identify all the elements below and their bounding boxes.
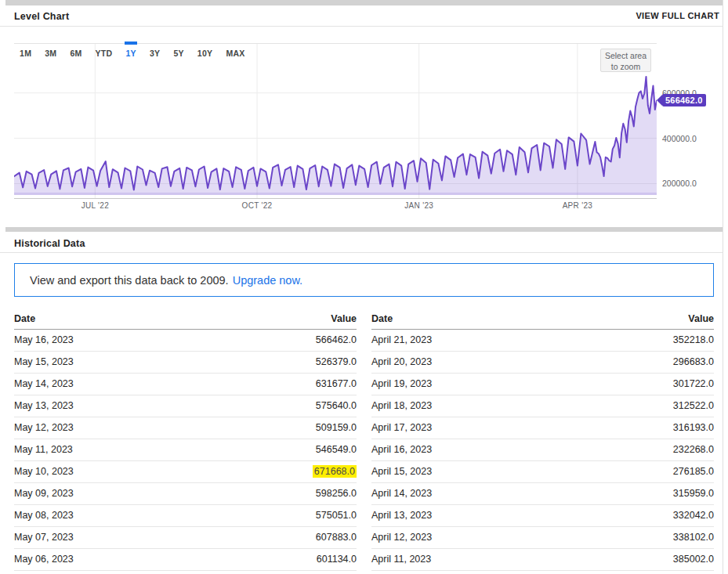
row-date: April 17, 2023 — [371, 417, 543, 439]
table-row: April 16, 2023232268.0 — [371, 439, 714, 460]
row-value: 607883.0 — [186, 526, 357, 548]
section-divider — [0, 26, 723, 27]
table-header-row: DateValue — [371, 309, 714, 329]
baseline-band — [14, 193, 657, 195]
range-button-3y[interactable]: 3Y — [150, 49, 160, 59]
table-row: May 07, 2023607883.0 — [14, 526, 357, 548]
page-right-border — [723, 0, 723, 574]
data-table-left: DateValueMay 16, 2023566462.0May 15, 202… — [14, 309, 357, 571]
column-header-date: Date — [371, 309, 543, 329]
historical-data-title: Historical Data — [14, 238, 85, 249]
zoom-hint: Select area to zoom — [600, 49, 651, 72]
table-row: April 20, 2023296683.0 — [371, 351, 714, 373]
row-value: 546549.0 — [186, 439, 357, 460]
row-date: May 06, 2023 — [14, 548, 186, 570]
row-value: 315959.0 — [543, 482, 715, 504]
table-row: May 09, 2023598256.0 — [14, 482, 357, 504]
table-row: April 18, 2023312522.0 — [371, 395, 714, 417]
x-axis-line — [14, 198, 657, 199]
row-value: 338102.0 — [543, 526, 715, 548]
value-badge-label: 566462.0 — [662, 94, 706, 106]
table-row: May 11, 2023546549.0 — [14, 439, 357, 460]
range-button-1m[interactable]: 1M — [20, 49, 31, 59]
table-row: April 13, 2023332042.0 — [371, 504, 714, 526]
y-axis-label: 200000.0 — [662, 179, 697, 188]
column-header-value: Value — [543, 309, 715, 329]
row-value: 301722.0 — [543, 373, 715, 395]
level-chart-svg[interactable] — [14, 43, 657, 198]
upgrade-banner: View and export this data back to 2009. … — [14, 263, 714, 297]
upgrade-link[interactable]: Upgrade now. — [233, 274, 302, 287]
row-value-highlighted: 671668.0 — [186, 460, 357, 482]
table-row: May 08, 2023575051.0 — [14, 504, 357, 526]
range-button-3m[interactable]: 3M — [45, 49, 56, 59]
highlighted-value: 671668.0 — [313, 465, 357, 478]
range-selector: 1M3M6MYTD1Y3Y5Y10YMAX — [20, 49, 245, 59]
value-badge-arrow — [657, 95, 662, 106]
x-axis-label: JAN '23 — [404, 201, 433, 210]
row-date: April 18, 2023 — [371, 395, 543, 417]
range-button-5y[interactable]: 5Y — [173, 49, 183, 59]
level-chart-title: Level Chart — [14, 11, 69, 22]
table-header-row: DateValue — [14, 309, 357, 329]
x-axis-label: OCT '22 — [242, 201, 273, 210]
table-row: April 19, 2023301722.0 — [371, 373, 714, 395]
row-value: 352218.0 — [543, 329, 715, 351]
row-date: May 14, 2023 — [14, 373, 186, 395]
table-row: April 11, 2023385002.0 — [371, 548, 714, 570]
x-axis-label: APR '23 — [563, 201, 592, 210]
row-date: May 09, 2023 — [14, 482, 186, 504]
row-date: April 21, 2023 — [371, 329, 543, 351]
column-header-date: Date — [14, 309, 186, 329]
row-date: April 16, 2023 — [371, 439, 543, 460]
top-separator — [5, 0, 723, 5]
zoom-hint-line1: Select area — [601, 50, 650, 61]
row-date: May 13, 2023 — [14, 395, 186, 417]
row-value: 312522.0 — [543, 395, 715, 417]
historical-tables: DateValueMay 16, 2023566462.0May 15, 202… — [14, 309, 714, 571]
row-date: May 15, 2023 — [14, 351, 186, 373]
row-date: April 20, 2023 — [371, 351, 543, 373]
range-button-1y[interactable]: 1Y — [125, 49, 136, 59]
row-value: 509159.0 — [186, 417, 357, 439]
row-value: 598256.0 — [186, 482, 357, 504]
row-value: 276185.0 — [543, 460, 715, 482]
view-full-chart-link[interactable]: VIEW FULL CHART — [636, 11, 719, 20]
table-row: May 12, 2023509159.0 — [14, 417, 357, 439]
row-date: April 12, 2023 — [371, 526, 543, 548]
row-date: April 19, 2023 — [371, 373, 543, 395]
range-button-6m[interactable]: 6M — [70, 49, 81, 59]
row-value: 232268.0 — [543, 439, 715, 460]
banner-text: View and export this data back to 2009. — [30, 274, 229, 287]
table-row: April 17, 2023316193.0 — [371, 417, 714, 439]
table-row: May 15, 2023526379.0 — [14, 351, 357, 373]
row-value: 316193.0 — [543, 417, 715, 439]
row-value: 601134.0 — [186, 548, 357, 570]
table-row: April 21, 2023352218.0 — [371, 329, 714, 351]
row-value: 296683.0 — [543, 351, 715, 373]
table-row: May 16, 2023566462.0 — [14, 329, 357, 351]
row-value: 575640.0 — [186, 395, 357, 417]
table-row: May 06, 2023601134.0 — [14, 548, 357, 570]
table-row: May 14, 2023631677.0 — [14, 373, 357, 395]
row-value: 385002.0 — [543, 548, 715, 570]
range-button-10y[interactable]: 10Y — [197, 49, 213, 59]
zoom-hint-line2: to zoom — [601, 61, 650, 72]
row-date: April 15, 2023 — [371, 460, 543, 482]
section-divider — [0, 252, 723, 253]
y-axis-label: 400000.0 — [662, 134, 697, 143]
table-row: April 14, 2023315959.0 — [371, 482, 714, 504]
x-axis-label: JUL '22 — [81, 201, 109, 210]
row-date: May 16, 2023 — [14, 329, 186, 351]
row-value: 631677.0 — [186, 373, 357, 395]
row-date: May 11, 2023 — [14, 439, 186, 460]
mid-separator — [5, 227, 723, 232]
table-row: May 13, 2023575640.0 — [14, 395, 357, 417]
current-value-badge: 566462.0 — [657, 94, 706, 106]
range-button-ytd[interactable]: YTD — [96, 49, 113, 59]
range-button-max[interactable]: MAX — [226, 49, 244, 59]
row-value: 566462.0 — [186, 329, 357, 351]
table-row: April 15, 2023276185.0 — [371, 460, 714, 482]
row-value: 575051.0 — [186, 504, 357, 526]
chart-plot-area[interactable] — [14, 43, 657, 198]
